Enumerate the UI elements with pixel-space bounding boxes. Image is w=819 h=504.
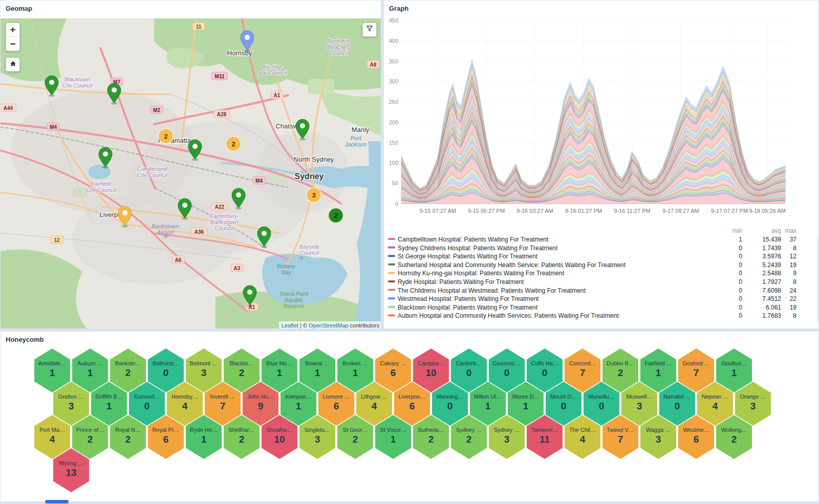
hex-label: Orange … bbox=[735, 393, 771, 400]
legend-series-name: Hornsby Ku-ring-gai Hospital: Patients W… bbox=[398, 270, 565, 277]
legend-scrollbar[interactable] bbox=[817, 236, 819, 322]
svg-text:12: 12 bbox=[54, 237, 60, 243]
hex-value: 3 bbox=[53, 400, 89, 412]
hex-value: 6 bbox=[394, 400, 430, 412]
hex-value: 0 bbox=[659, 400, 695, 412]
hex-label: Blue Mo… bbox=[262, 360, 297, 367]
legend-item[interactable]: Sutherland Hospital and Community Health… bbox=[388, 261, 796, 269]
hex-label: Goulbur… bbox=[716, 360, 752, 367]
hex-value: 1 bbox=[299, 367, 335, 379]
marker-cluster[interactable]: 2 bbox=[159, 129, 174, 144]
hex-value: 1 bbox=[375, 433, 411, 446]
road-shield: 12 bbox=[51, 236, 63, 244]
map-place-label: Sydney bbox=[295, 172, 324, 181]
legend-series-name: The Childrens Hospital at Westmead: Pati… bbox=[398, 287, 586, 294]
legend-item[interactable]: St George Hospital: Patients Waiting For… bbox=[388, 253, 796, 260]
horizontal-scrollbar-thumb[interactable] bbox=[45, 500, 69, 503]
legend-series-name: Blacktown Hospital: Patients Waiting For… bbox=[398, 304, 538, 311]
hex-value: 7 bbox=[602, 433, 638, 446]
marker-cluster[interactable]: 2 bbox=[329, 208, 343, 223]
svg-text:A8: A8 bbox=[370, 62, 377, 68]
legend-item[interactable]: Campbelltown Hospital: Patients Waiting … bbox=[388, 236, 796, 243]
road-shield: M4 bbox=[253, 177, 265, 184]
road-shield: 11 bbox=[192, 23, 205, 30]
legend-series-name: Auburn Hospital and Community Health Ser… bbox=[398, 312, 619, 319]
hex-value: 7 bbox=[565, 367, 600, 379]
hex-label: Moree D… bbox=[508, 393, 544, 400]
hex-value: 2 bbox=[224, 433, 260, 446]
road-shield: A1 bbox=[271, 91, 283, 99]
zoom-out-button[interactable]: − bbox=[6, 37, 19, 51]
x-axis-tick-label: 9-16 11:27 PM bbox=[614, 208, 650, 214]
hex-label: Westme… bbox=[678, 427, 714, 433]
hex-value: 2 bbox=[224, 367, 260, 379]
legend-item[interactable]: Auburn Hospital and Community Health Ser… bbox=[388, 312, 796, 319]
y-axis-tick-label: 450 bbox=[389, 17, 398, 24]
panel-honeycomb: Honeycomb Armidale…1Auburn …1Banksto…2Ba… bbox=[0, 331, 819, 502]
road-shield: M11 bbox=[212, 72, 228, 80]
hex-value: 2 bbox=[716, 433, 752, 446]
zoom-in-button[interactable]: + bbox=[6, 23, 19, 37]
panel-graph: Graph 0501001502002503003504004509-15 07… bbox=[383, 0, 819, 329]
map-place-label: North Sydney bbox=[294, 156, 334, 163]
legend-item[interactable]: Ryde Hospital: Patients Waiting For Trea… bbox=[388, 278, 796, 286]
marker-cluster[interactable]: 2 bbox=[226, 137, 241, 151]
map-place-label: CumberlandCity Council bbox=[137, 166, 168, 178]
hex-value: 2 bbox=[451, 433, 487, 446]
hex-value: 0 bbox=[451, 367, 487, 379]
legend-item[interactable]: Blacktown Hospital: Patients Waiting For… bbox=[388, 304, 796, 311]
hex-label: Gunned… bbox=[129, 393, 165, 400]
hex-value: 6 bbox=[318, 400, 354, 412]
hex-label: Shellhar… bbox=[224, 427, 260, 433]
x-axis-tick-label: 9-17 09:27 AM bbox=[662, 208, 699, 214]
legend-swatch bbox=[388, 255, 395, 257]
hex-value: 1 bbox=[72, 367, 108, 379]
map-canvas[interactable]: HornsbyChatswoodNorth SydneySydneyManlyP… bbox=[1, 18, 381, 329]
legend-max-value: 19 bbox=[790, 304, 797, 311]
legend-avg-value: 15.439 bbox=[762, 236, 781, 243]
y-axis-tick-label: 350 bbox=[389, 58, 398, 64]
hex-value: 2 bbox=[110, 367, 146, 379]
graph-panel-title: Graph bbox=[384, 1, 818, 16]
legend-item[interactable]: Hornsby Ku-ring-gai Hospital: Patients W… bbox=[388, 270, 796, 277]
hex-value: 1 bbox=[186, 433, 222, 446]
legend-min-value: 0 bbox=[739, 304, 742, 311]
legend-item[interactable]: Westmead Hospital: Patients Waiting For … bbox=[388, 295, 796, 302]
svg-text:A22: A22 bbox=[215, 204, 225, 210]
hex-label: Auburn … bbox=[72, 360, 108, 367]
legend-item[interactable]: The Childrens Hospital at Westmead: Pati… bbox=[388, 287, 796, 294]
legend-max-value: 9 bbox=[793, 270, 796, 277]
hex-label: Sutherla… bbox=[413, 427, 449, 433]
airport-icon: ✈ bbox=[299, 254, 305, 262]
map-attribution: Leaflet | © OpenStreetMap contributors bbox=[279, 321, 381, 329]
road-shield: M2 bbox=[150, 106, 163, 114]
hex-label: Coffs Ha… bbox=[527, 360, 563, 367]
legend-swatch bbox=[388, 297, 395, 299]
hex-value: 2 bbox=[337, 433, 373, 446]
legend-item[interactable]: Sydney Childrens Hospital: Patients Wait… bbox=[388, 245, 796, 252]
legend-swatch bbox=[388, 306, 395, 308]
stacked-area-chart[interactable]: 0501001502002503003504004509-15 07:27 AM… bbox=[384, 16, 819, 329]
hex-value: 4 bbox=[167, 400, 203, 412]
legend-avg-value: 2.5488 bbox=[762, 270, 781, 277]
hex-value: 3 bbox=[640, 433, 676, 446]
svg-text:M4: M4 bbox=[50, 124, 57, 130]
map-home-button[interactable] bbox=[6, 57, 20, 72]
legend-swatch bbox=[388, 272, 395, 274]
legend-min-value: 0 bbox=[739, 278, 742, 286]
legend-avg-value: 1.7683 bbox=[762, 312, 781, 319]
marker-cluster[interactable]: 3 bbox=[307, 188, 321, 203]
legend-max-value: 37 bbox=[790, 236, 797, 243]
hex-label: The Chil… bbox=[565, 427, 600, 433]
legend-series-name: Campbelltown Hospital: Patients Waiting … bbox=[398, 236, 549, 243]
hex-value: 3 bbox=[299, 433, 335, 446]
hex-value: 0 bbox=[546, 400, 581, 412]
openstreetmap-link[interactable]: OpenStreetMap bbox=[309, 322, 349, 328]
legend-series-name: Sutherland Hospital and Community Health… bbox=[398, 261, 626, 269]
svg-text:A44: A44 bbox=[4, 105, 13, 111]
hex-label: Broken … bbox=[337, 360, 373, 367]
legend-series-name: Ryde Hospital: Patients Waiting For Trea… bbox=[398, 278, 524, 286]
leaflet-link[interactable]: Leaflet bbox=[282, 322, 298, 328]
road-shield: A28 bbox=[214, 110, 230, 118]
map-filter-button[interactable] bbox=[362, 23, 377, 37]
